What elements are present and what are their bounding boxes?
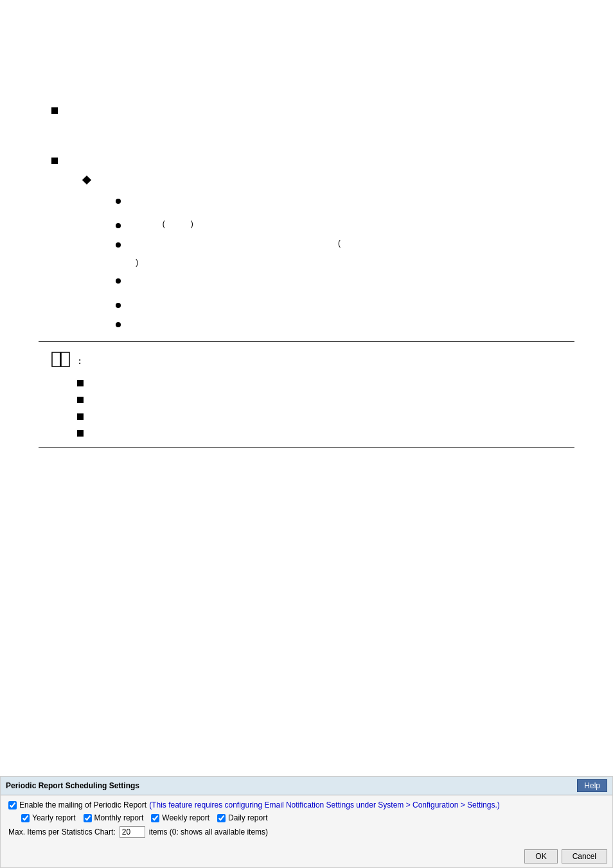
square-bullet-2-icon xyxy=(51,158,58,164)
note-item-1 xyxy=(77,375,574,387)
circle-text-4 xyxy=(126,273,574,285)
enable-label: Enable the mailing of Periodic Report (T… xyxy=(19,800,500,809)
enable-checkbox[interactable] xyxy=(8,801,17,809)
max-items-row: Max. Items per Statistics Chart: items (… xyxy=(8,826,605,838)
note-item-1-text xyxy=(89,375,574,387)
circle-bullet-2-icon xyxy=(116,223,121,228)
weekly-checkbox[interactable] xyxy=(151,814,159,822)
circle-bullet-1 xyxy=(116,194,574,205)
yearly-checkbox[interactable] xyxy=(21,814,30,822)
note-title-text: : xyxy=(78,356,81,366)
circle-bullet-3-icon xyxy=(116,242,121,248)
note-item-4-text xyxy=(89,426,574,437)
enable-row: Enable the mailing of Periodic Report (T… xyxy=(8,800,605,809)
circle-text-5 xyxy=(126,298,574,309)
circle-text-3-cont: ) xyxy=(114,258,138,267)
circle-bullet-4-icon xyxy=(116,278,121,284)
section-2-bullet xyxy=(51,153,574,165)
divider-1 xyxy=(39,341,574,342)
note-items xyxy=(77,375,574,437)
square-bullet-icon xyxy=(51,107,58,114)
note-item-2-text xyxy=(89,392,574,404)
section-1-text xyxy=(63,103,574,114)
ok-cancel-row: OK Cancel xyxy=(1,845,612,867)
note-section: : xyxy=(51,352,574,437)
max-items-label: Max. Items per Statistics Chart: xyxy=(8,827,116,836)
svg-rect-1 xyxy=(61,352,69,366)
settings-body: Enable the mailing of Periodic Report (T… xyxy=(1,795,612,845)
ok-button[interactable]: OK xyxy=(524,849,557,863)
section-2-text xyxy=(63,153,574,165)
circle-text-2: ( ) xyxy=(126,218,574,230)
circle-bullet-6-icon xyxy=(116,322,121,327)
svg-rect-0 xyxy=(52,352,60,366)
note-bullet-1-icon xyxy=(77,380,84,386)
note-item-3 xyxy=(77,409,574,420)
note-item-3-text xyxy=(89,409,574,420)
circle-bullet-1-icon xyxy=(116,199,121,204)
circle-bullet-3: ( xyxy=(116,237,574,249)
note-bullet-3-icon xyxy=(77,413,84,420)
report-types-row: Yearly report Monthly report Weekly repo… xyxy=(21,813,605,822)
divider-2 xyxy=(39,447,574,448)
diamond-bullet-icon xyxy=(82,176,91,185)
circle-bullet-2: ( ) xyxy=(116,218,574,230)
weekly-label: Weekly report xyxy=(162,813,209,822)
yearly-label: Yearly report xyxy=(32,813,76,822)
circle-bullet-4 xyxy=(116,273,574,285)
settings-title: Periodic Report Scheduling Settings xyxy=(6,781,139,790)
section-1-bullet xyxy=(51,103,574,114)
circle-text-1 xyxy=(126,194,574,205)
book-icon xyxy=(51,352,72,370)
settings-panel: Periodic Report Scheduling Settings Help… xyxy=(0,776,613,868)
monthly-label: Monthly report xyxy=(94,813,144,822)
help-button[interactable]: Help xyxy=(577,779,607,792)
monthly-checkbox[interactable] xyxy=(84,814,92,822)
note-bullet-2-icon xyxy=(77,397,84,403)
circle-bullet-5-icon xyxy=(116,303,121,308)
note-header: : xyxy=(51,352,574,370)
circle-text-6 xyxy=(126,317,574,329)
circle-bullet-5 xyxy=(116,298,574,309)
max-items-input[interactable] xyxy=(120,826,145,838)
cancel-button[interactable]: Cancel xyxy=(562,849,607,863)
enable-note: (This feature requires configuring Email… xyxy=(149,800,500,809)
circle-bullet-6 xyxy=(116,317,574,329)
note-bullet-4-icon xyxy=(77,430,84,437)
settings-header: Periodic Report Scheduling Settings Help xyxy=(1,777,612,795)
diamond-text xyxy=(95,172,574,184)
note-item-4 xyxy=(77,426,574,437)
daily-label: Daily report xyxy=(228,813,267,822)
circle-text-3: ( xyxy=(126,237,574,249)
daily-checkbox[interactable] xyxy=(217,814,226,822)
note-item-2 xyxy=(77,392,574,404)
diamond-bullet-item xyxy=(84,172,574,184)
max-items-note: items (0: shows all available items) xyxy=(149,827,268,836)
